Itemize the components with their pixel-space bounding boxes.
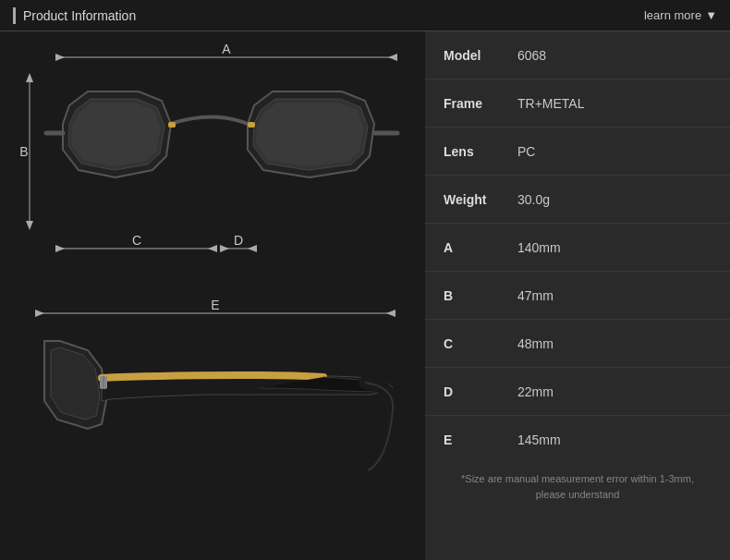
page-title: Product Information <box>23 8 136 23</box>
spec-label-model: Model <box>444 48 517 63</box>
spec-label-lens: Lens <box>444 144 517 159</box>
svg-marker-13 <box>55 245 65 252</box>
spec-value-frame: TR+METAL <box>517 96 584 111</box>
spec-row-frame: FrameTR+METAL <box>425 79 730 128</box>
right-panel: Model6068FrameTR+METALLensPCWeight30.0gA… <box>425 31 730 560</box>
bottom-image-section: E <box>18 299 407 503</box>
svg-text:A: A <box>222 42 231 56</box>
learn-more-button[interactable]: learn more ▼ <box>644 8 717 22</box>
top-glasses-diagram: A B <box>18 41 407 290</box>
header-left: Product Information <box>13 7 136 24</box>
dropdown-icon: ▼ <box>705 8 717 22</box>
svg-marker-1 <box>55 54 65 61</box>
spec-value-lens: PC <box>517 144 535 159</box>
svg-text:D: D <box>234 233 243 248</box>
specs-table: Model6068FrameTR+METALLensPCWeight30.0gA… <box>425 31 730 464</box>
spec-label-weight: Weight <box>444 192 517 207</box>
svg-text:B: B <box>19 144 28 159</box>
svg-text:E: E <box>211 299 219 312</box>
svg-marker-18 <box>248 245 257 252</box>
left-panel: A B <box>0 31 425 560</box>
spec-value-b: 47mm <box>517 288 554 303</box>
spec-row-c: C48mm <box>425 320 730 368</box>
spec-row-b: B47mm <box>425 272 730 320</box>
spec-value-a: 140mm <box>517 240 561 255</box>
spec-label-d: D <box>444 384 517 399</box>
spec-label-a: A <box>444 240 517 255</box>
footnote-line1: *Size are manual measurement error withi… <box>461 473 694 484</box>
spec-value-c: 48mm <box>517 336 554 351</box>
spec-value-d: 22mm <box>517 384 554 399</box>
svg-rect-11 <box>248 122 255 128</box>
top-image-section: A B <box>18 41 407 290</box>
header-bar-icon <box>13 7 16 24</box>
spec-row-a: A140mm <box>425 224 730 272</box>
spec-value-e: 145mm <box>517 432 561 447</box>
spec-value-model: 6068 <box>517 48 546 63</box>
svg-marker-2 <box>388 54 397 61</box>
spec-label-e: E <box>444 432 517 447</box>
footnote-line2: please understand <box>536 489 620 500</box>
svg-marker-14 <box>208 245 217 252</box>
spec-value-weight: 30.0g <box>517 192 550 207</box>
svg-marker-21 <box>35 310 44 317</box>
page-header: Product Information learn more ▼ <box>0 0 730 31</box>
svg-marker-6 <box>26 221 33 230</box>
spec-label-b: B <box>444 288 517 303</box>
footnote-text: *Size are manual measurement error withi… <box>425 464 730 509</box>
svg-rect-10 <box>168 122 176 128</box>
main-content: A B <box>0 31 730 560</box>
learn-more-label: learn more <box>644 8 701 22</box>
svg-marker-17 <box>220 245 229 252</box>
spec-row-model: Model6068 <box>425 31 730 79</box>
svg-marker-5 <box>26 73 33 82</box>
spec-row-weight: Weight30.0g <box>425 176 730 224</box>
spec-row-e: E145mm <box>425 416 730 464</box>
side-glasses-diagram: E <box>18 299 407 498</box>
svg-text:C: C <box>132 233 141 248</box>
spec-label-frame: Frame <box>444 96 517 111</box>
spec-row-lens: LensPC <box>425 128 730 176</box>
svg-marker-22 <box>386 310 395 317</box>
spec-label-c: C <box>444 336 517 351</box>
spec-row-d: D22mm <box>425 368 730 416</box>
